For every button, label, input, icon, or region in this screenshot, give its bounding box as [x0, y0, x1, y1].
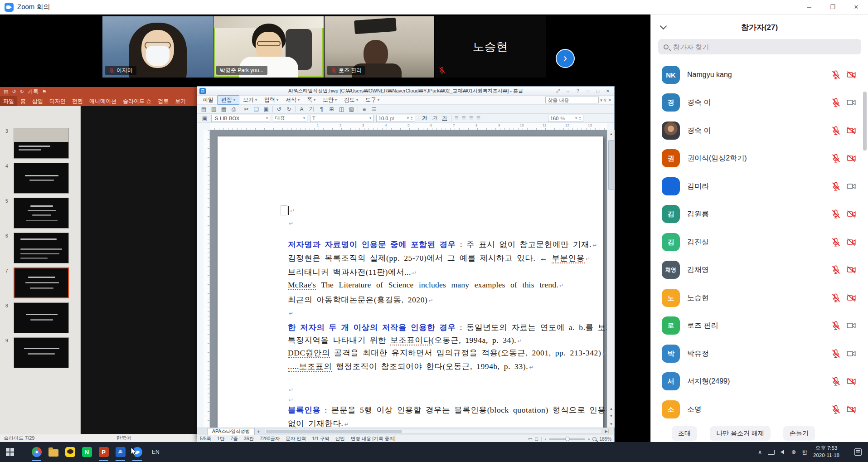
start-button[interactable]	[0, 442, 20, 462]
blocked-icon[interactable]: ⊗	[791, 449, 796, 455]
scroll-right-icon[interactable]: ▶ ▏	[605, 429, 614, 433]
clock[interactable]: 오후 7:53 2020-11-18	[813, 445, 839, 459]
chevron-down-icon[interactable]: ▾	[600, 98, 602, 102]
slide-thumbnail-8[interactable]	[14, 302, 69, 333]
hwp-window[interactable]: 흔 APA스타일작성법.hwp [C:₩Users₩OWNER₩NaverClo…	[197, 86, 615, 442]
ppt-tab-file[interactable]: 파일	[0, 96, 17, 106]
zoom-in-icon[interactable]: ▫	[588, 436, 590, 442]
hwp-close-button[interactable]: ✕	[603, 88, 612, 95]
font-combo[interactable]: T▾	[310, 115, 373, 122]
participant-row[interactable]: 경숙 이	[651, 118, 868, 143]
close-button[interactable]: ✕	[844, 0, 868, 15]
underline-button[interactable]: 가	[441, 115, 448, 122]
language-indicator[interactable]: 한국어	[116, 435, 131, 442]
invite-button[interactable]: 초대	[672, 426, 697, 441]
slide-thumbnail-6[interactable]	[14, 233, 69, 263]
ppt-tab-view[interactable]: 보기	[172, 96, 189, 106]
participant-row[interactable]: 권 권이삭(임상2학기)	[651, 146, 868, 171]
participant-row[interactable]: NK Namgyu kang	[651, 62, 868, 88]
taskbar-powerpoint-icon[interactable]: P	[95, 442, 112, 462]
taskbar-kakaotalk-icon[interactable]	[62, 442, 78, 462]
chart-icon[interactable]: ◫	[338, 105, 345, 113]
scrollbar-thumb[interactable]	[266, 430, 402, 433]
scrollbar-thumb[interactable]	[608, 140, 614, 190]
align-justify-icon[interactable]: ≣	[476, 115, 480, 122]
minimize-button[interactable]: ─	[797, 0, 821, 15]
hwp-minimize-button[interactable]: ─	[583, 88, 592, 95]
speaker-icon[interactable]	[781, 450, 784, 454]
action-center-icon[interactable]	[854, 448, 862, 456]
zoom-level[interactable]: 185%	[599, 436, 611, 442]
undo-icon[interactable]: ↺	[12, 89, 16, 95]
participant-row[interactable]: 경 경숙 이	[651, 90, 868, 115]
window-split-icon[interactable]: ↔	[563, 88, 572, 95]
save-icon[interactable]: ▤	[4, 89, 8, 95]
ppt-tab-transitions[interactable]: 전환	[69, 96, 86, 106]
print-icon[interactable]: ⎙	[230, 105, 238, 113]
help-icon[interactable]: ?	[573, 88, 582, 95]
slide-thumbnail-7-selected[interactable]	[14, 267, 69, 298]
taskbar-chrome-icon[interactable]	[28, 442, 45, 462]
maximize-button[interactable]: ❐	[821, 0, 844, 15]
redo-icon[interactable]: ↻	[20, 89, 24, 95]
zoom-slider[interactable]	[549, 438, 585, 440]
menu-format[interactable]: 서식▾	[282, 96, 303, 104]
menu-tools[interactable]: 도구▾	[362, 96, 383, 104]
language-button[interactable]: EN	[149, 447, 162, 457]
participant-row[interactable]: 노 노승현	[651, 285, 868, 311]
undo-icon[interactable]: ↺	[275, 105, 283, 113]
new-tab-button[interactable]: +	[255, 429, 262, 434]
ppt-tab-review[interactable]: 검토	[155, 96, 172, 106]
style-combo[interactable]: .S-LIB-BOX▾	[211, 115, 270, 122]
powerpoint-window[interactable]: ▤ ↺ ↻ 기록 ⚑ 파일 홈 삽입 디자인 전환 애니메이션 슬라이드 쇼 검…	[0, 87, 198, 442]
document-tab-active[interactable]: APA스타일작성법	[207, 428, 255, 435]
video-tile-1[interactable]: 이지미	[102, 16, 213, 78]
style-box-icon[interactable]: ▣	[201, 114, 209, 122]
search-input[interactable]	[672, 43, 856, 51]
horizontal-scrollbar[interactable]	[265, 429, 602, 434]
view-mode-icon[interactable]: □	[535, 436, 538, 442]
hangul-style-icon[interactable]: 가	[308, 105, 315, 113]
line-spacing-combo[interactable]: 160% ▾ ▲▼	[548, 115, 583, 122]
bold-button[interactable]: 가	[421, 115, 428, 122]
italic-button[interactable]: 가	[431, 115, 438, 122]
menu-review[interactable]: 검토▾	[340, 96, 362, 104]
next-videos-button[interactable]: ›	[556, 49, 575, 68]
redo-icon[interactable]: ↻	[285, 105, 293, 113]
tray-chevron-icon[interactable]: ∧	[758, 449, 762, 455]
slide-thumbnail-4[interactable]	[14, 163, 69, 194]
zoom-out-icon[interactable]: ▫	[545, 436, 547, 442]
font-size-combo[interactable]: 10.0pt ▾ ▲▼	[376, 115, 415, 122]
display-icon[interactable]	[768, 450, 775, 455]
menu-security[interactable]: 보안▾	[319, 96, 340, 104]
align-left-icon[interactable]: ≣	[454, 115, 459, 122]
align-right-icon[interactable]: ≣	[469, 115, 473, 122]
new-document-icon[interactable]: ▤	[200, 105, 208, 113]
slide-thumbnail-9[interactable]	[14, 337, 69, 368]
open-folder-icon[interactable]: ▥	[210, 105, 218, 113]
find-next-icon[interactable]: ∨	[604, 98, 607, 102]
ppt-tab-insert[interactable]: 삽입	[29, 96, 46, 106]
picture-icon[interactable]: ▧	[348, 105, 355, 113]
participant-row[interactable]: 로 로즈 핀리	[651, 313, 868, 338]
menu-view[interactable]: 보기▾	[239, 96, 261, 104]
slider-knob[interactable]	[565, 437, 570, 441]
table-icon[interactable]: ⊞	[328, 105, 335, 113]
taskbar-explorer-icon[interactable]	[45, 442, 62, 462]
participant-row[interactable]: 채영 김채영	[651, 257, 868, 282]
search-box[interactable]	[658, 39, 861, 54]
ppt-tab-design[interactable]: 디자인	[46, 96, 69, 106]
fullscreen-icon[interactable]: ⤢	[553, 88, 563, 95]
list-icon[interactable]: ≡	[360, 105, 368, 113]
participant-row[interactable]: 김 김원룡	[651, 201, 868, 227]
menu-page[interactable]: 쪽▾	[303, 96, 319, 104]
document-area[interactable]: ↵ ↵ 저자명과 자료명이 인용문 중에 포함된 경우 : 주 표시 없이 참고…	[210, 130, 607, 428]
outline-combo[interactable]: 대표▾	[273, 115, 307, 122]
copy-icon[interactable]: ❏	[252, 105, 260, 113]
slide-thumbnail-5[interactable]	[14, 198, 69, 229]
raise-hand-button[interactable]: 손들기	[783, 426, 815, 441]
participant-row[interactable]: 박 박유정	[651, 341, 868, 366]
video-tile-4[interactable]: 노승현	[435, 16, 546, 78]
video-tile-2-active-speaker[interactable]: 박영준 Park you...	[213, 16, 324, 78]
ime-indicator[interactable]: 한	[802, 448, 807, 456]
